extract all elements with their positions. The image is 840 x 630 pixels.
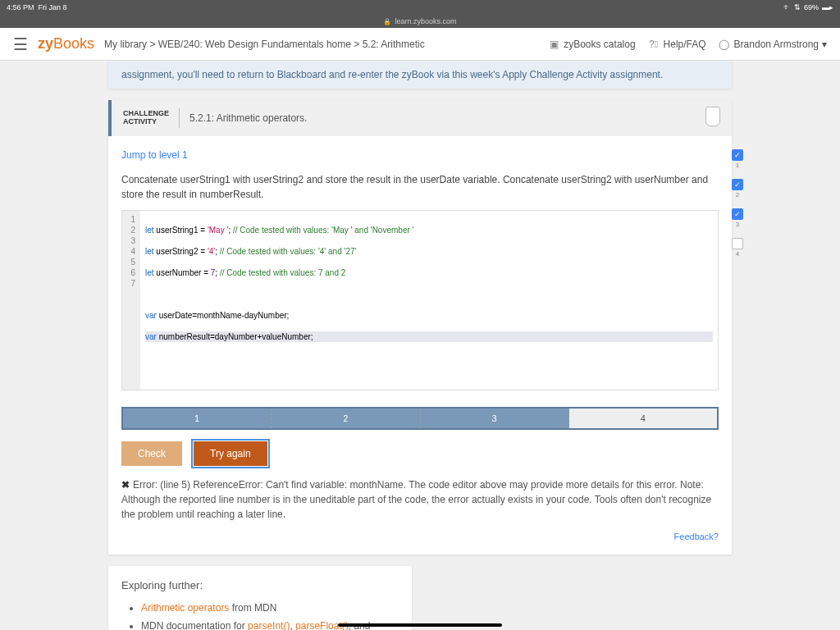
divider <box>179 108 180 128</box>
step-1[interactable]: 1 <box>123 409 272 428</box>
feedback-link[interactable]: Feedback? <box>121 532 719 541</box>
user-icon: ◯ <box>718 38 731 51</box>
step-4-current[interactable]: 4 <box>569 409 717 428</box>
site-logo[interactable]: zyBooks <box>38 35 94 52</box>
code-editor[interactable]: 1234567 let userString1 = 'May '; // Cod… <box>121 210 719 390</box>
tracker-step-2[interactable]: ✓ <box>732 179 743 190</box>
jump-to-level-link[interactable]: Jump to level 1 <box>121 149 719 161</box>
bookmark-icon[interactable] <box>705 107 720 126</box>
lock-icon: 🔒 <box>383 18 391 25</box>
error-x-icon: ✖ <box>121 479 130 491</box>
main-card: assignment, you'll need to return to Bla… <box>108 61 732 89</box>
tracker-step-1[interactable]: ✓ <box>732 149 743 161</box>
notice-banner: assignment, you'll need to return to Bla… <box>108 61 732 89</box>
help-icon: ?⃝ <box>647 38 660 51</box>
catalog-link[interactable]: ▣zyBooks catalog <box>547 38 635 51</box>
parseint-link[interactable]: parseInt() <box>248 620 290 630</box>
instructions-text: Concatenate userString1 with userString2… <box>121 172 719 202</box>
code-area[interactable]: let userString1 = 'May '; // Code tested… <box>140 211 718 390</box>
check-button[interactable]: Check <box>121 441 182 466</box>
try-again-button[interactable]: Try again <box>194 441 267 466</box>
battery-icon: ▬▸ <box>822 3 833 11</box>
breadcrumb[interactable]: My library > WEB/240: Web Design Fundame… <box>104 39 537 50</box>
help-link[interactable]: ?⃝Help/FAQ <box>647 38 706 51</box>
progress-tracker: ✓1 ✓2 ✓3 4 <box>732 149 743 258</box>
challenge-card: CHALLENGE ACTIVITY 5.2.1: Arithmetic ope… <box>108 100 732 555</box>
explore-item-1: Arithmetic operators from MDN <box>141 600 399 618</box>
status-time: 4:56 PM <box>7 3 34 11</box>
battery-percent: 69% <box>804 3 819 11</box>
step-3[interactable]: 3 <box>421 409 569 428</box>
chevron-down-icon: ▾ <box>822 39 827 50</box>
device-statusbar: 4:56 PM Fri Jan 8 ᯤ ⇅ 69% ▬▸ <box>0 0 840 15</box>
steps-bar: 1 2 3 4 <box>121 407 719 430</box>
home-indicator <box>338 623 502 627</box>
tracker-step-4[interactable] <box>732 238 743 249</box>
user-menu[interactable]: ◯Brandon Armstrong ▾ <box>718 38 827 51</box>
signal-icon: ⇅ <box>794 3 801 11</box>
line-gutter: 1234567 <box>122 211 140 390</box>
catalog-icon: ▣ <box>547 38 560 51</box>
challenge-label-2: ACTIVITY <box>123 118 169 126</box>
step-2[interactable]: 2 <box>272 409 420 428</box>
hamburger-menu-icon[interactable]: ☰ <box>13 34 28 54</box>
status-date: Fri Jan 8 <box>39 3 67 11</box>
explore-card: Exploring further: Arithmetic operators … <box>108 566 412 630</box>
explore-title: Exploring further: <box>121 579 399 591</box>
error-message: ✖Error: (line 5) ReferenceError: Can't f… <box>121 477 719 522</box>
arithmetic-operators-link[interactable]: Arithmetic operators <box>141 602 229 614</box>
challenge-header: CHALLENGE ACTIVITY 5.2.1: Arithmetic ope… <box>108 100 732 136</box>
url-text: learn.zybooks.com <box>395 17 456 25</box>
site-navbar: ☰ zyBooks My library > WEB/240: Web Desi… <box>0 28 840 61</box>
tracker-step-3[interactable]: ✓ <box>732 208 743 220</box>
wifi-icon: ᯤ <box>783 3 791 11</box>
challenge-title: 5.2.1: Arithmetic operators. <box>189 112 307 124</box>
browser-urlbar: 🔒 learn.zybooks.com <box>0 15 840 28</box>
